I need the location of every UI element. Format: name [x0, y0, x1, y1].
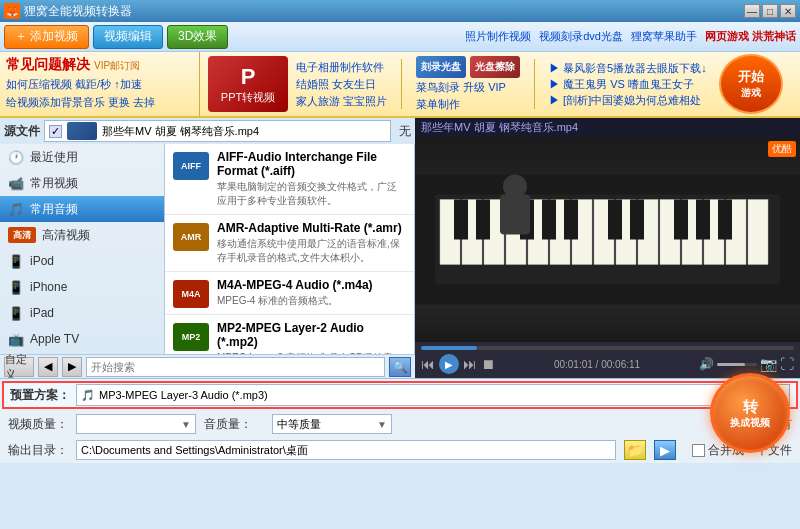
- svg-rect-17: [454, 200, 468, 240]
- maximize-button[interactable]: □: [762, 4, 778, 18]
- video-quality-select[interactable]: ▼: [76, 414, 196, 434]
- video-quality-arrow: ▼: [181, 419, 191, 430]
- sidebar-item-common-audio[interactable]: 🎵 常用音频: [0, 196, 164, 222]
- preset-select[interactable]: 🎵 MP3-MPEG Layer-3 Audio (*.mp3) ▼: [76, 384, 762, 406]
- start-game-sublabel: 游戏: [741, 86, 761, 100]
- nav-apple[interactable]: 狸窝苹果助手: [631, 29, 697, 44]
- format-item-amr[interactable]: AMR AMR-Adaptive Multi-Rate (*.amr) 移动通信…: [165, 215, 414, 272]
- open-folder-button[interactable]: ▶: [654, 440, 676, 460]
- faq-link-0[interactable]: 如何压缩视频 截距/秒 ↑加速: [6, 76, 193, 94]
- merge-checkbox[interactable]: [692, 444, 705, 457]
- preview-area: 那些年MV 胡夏 钢琴纯音乐.mp4: [415, 118, 800, 378]
- format-sidebar: 🕐 最近使用 📹 常用视频 🎵 常用音频 高清 高清视频 📱 iPo: [0, 144, 165, 354]
- video-container: 优酷: [415, 137, 800, 342]
- app-icon: 🦊: [4, 3, 20, 19]
- amr-desc: 移动通信系统中使用最广泛的语音标准,保存手机录音的格式,文件大体积小。: [217, 237, 406, 265]
- player-buttons: ⏮ ▶ ⏭ ⏹: [421, 354, 495, 374]
- title-bar: 🦊 狸窝全能视频转换器 — □ ✕: [0, 0, 800, 22]
- arrow-left-button[interactable]: ◀: [38, 357, 58, 377]
- common-video-icon: 📹: [8, 175, 24, 191]
- source-filename: 那些年MV 胡夏 钢琴纯音乐.mp4: [102, 124, 259, 139]
- ppt-label: PPT转视频: [221, 90, 275, 105]
- video-edit-button[interactable]: 视频编辑: [93, 25, 163, 49]
- browse-folder-button[interactable]: 📁: [624, 440, 646, 460]
- progress-fill: [421, 346, 477, 350]
- format-search-input[interactable]: [86, 357, 385, 377]
- right-panel: 那些年MV 胡夏 钢琴纯音乐.mp4: [415, 118, 800, 378]
- erase-disc-button[interactable]: 光盘擦除: [470, 56, 520, 78]
- mp2-badge: MP2: [173, 323, 209, 351]
- svg-rect-28: [500, 195, 530, 235]
- faq-right-1[interactable]: 结婚照 女友生日: [296, 77, 387, 92]
- faq-right-0[interactable]: 电子相册制作软件: [296, 60, 387, 75]
- sidebar-label-common-video: 常用视频: [30, 175, 78, 192]
- fullscreen-button[interactable]: ⛶: [780, 356, 794, 372]
- output-path-value: C:\Documents and Settings\Administrator\…: [81, 443, 308, 458]
- ppt-button[interactable]: P PPT转视频: [208, 56, 288, 112]
- add-video-icon: ＋: [15, 28, 27, 45]
- custom-search-bar: 自定义 ◀ ▶ 🔍: [0, 354, 415, 378]
- faq-links: 如何压缩视频 截距/秒 ↑加速 给视频添加背景音乐 更换 去掉: [6, 76, 193, 111]
- search-button[interactable]: 🔍: [389, 357, 411, 377]
- preview-filename: 那些年MV 胡夏 钢琴纯音乐.mp4: [421, 120, 578, 135]
- m4a-badge: M4A: [173, 280, 209, 308]
- volume-icon: 🔊: [699, 357, 714, 371]
- appletv-icon: 📺: [8, 331, 24, 347]
- nav-dvd[interactable]: 视频刻录dvd光盘: [539, 29, 623, 44]
- progress-bar[interactable]: [421, 346, 794, 350]
- volume-bar[interactable]: [717, 363, 757, 366]
- side-ad-2[interactable]: ▶ [剖析]中国婆媳为何总难相处: [549, 93, 707, 108]
- close-button[interactable]: ✕: [780, 4, 796, 18]
- output-label: 输出目录：: [8, 442, 68, 459]
- faq-vip[interactable]: VIP邮订阅: [94, 59, 140, 73]
- sidebar-item-hd[interactable]: 高清 高清视频: [0, 222, 164, 248]
- source-file-display: ✓ 那些年MV 胡夏 钢琴纯音乐.mp4: [44, 120, 391, 142]
- format-item-mp2[interactable]: MP2 MP2-MPEG Layer-2 Audio (*.mp2) MPEG …: [165, 315, 414, 354]
- custom-label[interactable]: 自定义: [4, 357, 34, 377]
- common-audio-icon: 🎵: [8, 201, 24, 217]
- sidebar-label-appletv: Apple TV: [30, 332, 79, 346]
- convert-button[interactable]: 转 换成视频: [710, 373, 790, 453]
- minimize-button[interactable]: —: [744, 4, 760, 18]
- mp2-name: MP2-MPEG Layer-2 Audio (*.mp2): [217, 321, 406, 349]
- volume-fill: [717, 363, 745, 366]
- prev-button[interactable]: ⏮: [421, 356, 435, 372]
- svg-rect-20: [542, 200, 556, 240]
- format-item-m4a[interactable]: M4A M4A-MPEG-4 Audio (*.m4a) MPEG-4 标准的音…: [165, 272, 414, 315]
- nav-game[interactable]: 网页游戏 洪荒神话: [705, 29, 796, 44]
- sidebar-item-recent[interactable]: 🕐 最近使用: [0, 144, 164, 170]
- file-checkbox-main[interactable]: ✓: [49, 125, 62, 138]
- faq-link-1[interactable]: 给视频添加背景音乐 更换 去掉: [6, 94, 193, 112]
- play-button[interactable]: ▶: [439, 354, 459, 374]
- sidebar-item-common-video[interactable]: 📹 常用视频: [0, 170, 164, 196]
- effect3d-button[interactable]: 3D效果: [167, 25, 228, 49]
- ppt-icon: P: [241, 64, 256, 90]
- aiff-name: AIFF-Audio Interchange File Format (*.ai…: [217, 150, 406, 178]
- source-none-label: 无: [399, 123, 411, 140]
- app-title: 狸窝全能视频转换器: [24, 3, 132, 20]
- menu-link-1[interactable]: 菜单制作: [416, 97, 520, 112]
- add-video-button[interactable]: ＋ 添加视频: [4, 25, 89, 49]
- start-game-button[interactable]: 开始 游戏: [719, 54, 783, 114]
- svg-rect-21: [564, 200, 578, 240]
- stop-button[interactable]: ⏹: [481, 356, 495, 372]
- audio-quality-select[interactable]: 中等质量 ▼: [272, 414, 392, 434]
- faq-right-2[interactable]: 家人旅游 宝宝照片: [296, 94, 387, 109]
- aiff-desc: 苹果电脑制定的音频交换文件格式，广泛应用于多种专业音频软件。: [217, 180, 406, 208]
- convert-icon: 转: [730, 397, 770, 417]
- side-ad-1[interactable]: ▶ 魔王鬼男 VS 嗜血鬼王女子: [549, 77, 707, 92]
- side-ad-0[interactable]: ▶ 暴风影音5播放器去眼版下载↓: [549, 61, 707, 76]
- sidebar-item-iphone[interactable]: 📱 iPhone: [0, 274, 164, 300]
- burn-disc-button[interactable]: 刻录光盘: [416, 56, 466, 78]
- screenshot-button[interactable]: 📷: [760, 356, 777, 372]
- arrow-right-button[interactable]: ▶: [62, 357, 82, 377]
- menu-link-0[interactable]: 菜鸟刻录 升级 VIP: [416, 80, 506, 95]
- nav-photo-video[interactable]: 照片制作视频: [465, 29, 531, 44]
- format-item-aiff[interactable]: AIFF AIFF-Audio Interchange File Format …: [165, 144, 414, 215]
- next-button[interactable]: ⏭: [463, 356, 477, 372]
- bottom-section: 预置方案： 🎵 MP3-MPEG Layer-3 Audio (*.mp3) ▼…: [0, 378, 800, 463]
- svg-rect-16: [748, 200, 768, 265]
- sidebar-item-ipod[interactable]: 📱 iPod: [0, 248, 164, 274]
- sidebar-item-ipad[interactable]: 📱 iPad: [0, 300, 164, 326]
- sidebar-item-appletv[interactable]: 📺 Apple TV: [0, 326, 164, 352]
